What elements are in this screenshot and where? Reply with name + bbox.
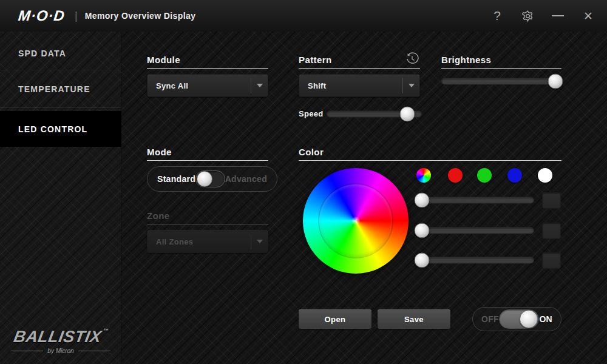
color-wheel[interactable]: [303, 168, 409, 274]
led-power-toggle-group: OFF ON: [472, 307, 561, 331]
power-toggle-knob[interactable]: [520, 310, 538, 328]
red-slider-knob[interactable]: [415, 193, 430, 208]
blue-value-box[interactable]: [542, 252, 561, 269]
red-swatch[interactable]: [448, 168, 463, 183]
sidebar-item-label: SPD DATA: [18, 49, 66, 58]
green-value-box[interactable]: [542, 223, 561, 239]
pattern-dropdown-value: Shift: [299, 81, 402, 90]
power-on-label[interactable]: ON: [539, 314, 552, 324]
green-channel-slider[interactable]: [422, 223, 534, 238]
green-slider-track[interactable]: [422, 228, 534, 234]
mode-toggle-knob[interactable]: [197, 171, 212, 187]
trademark-symbol: ™: [103, 328, 109, 334]
settings-gear-icon[interactable]: [520, 8, 535, 24]
titlebar-separator: |: [75, 10, 78, 22]
close-button[interactable]: ✕: [580, 8, 596, 24]
sidebar-item-label: TEMPERATURE: [18, 84, 90, 94]
module-dropdown-value: Sync All: [148, 81, 251, 90]
sidebar-item-temperature[interactable]: TEMPERATURE: [0, 71, 121, 108]
brightness-heading: Brightness: [441, 55, 561, 69]
minimize-button[interactable]: [550, 8, 566, 24]
red-channel-slider[interactable]: [422, 193, 534, 207]
white-swatch[interactable]: [538, 168, 552, 183]
app-title: Memory Overview Display: [85, 11, 196, 21]
zone-dropdown[interactable]: All Zones: [147, 230, 268, 253]
ballistix-logo: BALLISTIX™ by Micron: [0, 328, 121, 354]
chevron-down-icon: [257, 240, 263, 243]
zone-heading: Zone: [147, 211, 268, 224]
color-heading: Color: [299, 147, 561, 161]
rainbow-swatch[interactable]: [416, 168, 431, 183]
pattern-heading: Pattern: [299, 55, 420, 69]
dropdown-arrow-zone: [402, 78, 419, 93]
sidebar-item-led-control[interactable]: LED CONTROL: [0, 111, 121, 147]
mode-advanced-label[interactable]: Advanced: [225, 174, 267, 184]
sidebar: SPD DATA TEMPERATURE LED CONTROL BALLIST…: [0, 32, 121, 364]
pattern-history-icon[interactable]: [405, 52, 419, 68]
minimize-icon: [552, 15, 564, 16]
power-toggle-switch[interactable]: [499, 309, 539, 329]
brightness-slider-knob[interactable]: [548, 74, 563, 89]
speed-slider[interactable]: [327, 107, 422, 121]
mode-toggle-group: Standard Advanced: [147, 166, 277, 192]
mod-app-window: M·O·D | Memory Overview Display ? ✕ SPD …: [0, 0, 607, 364]
pattern-dropdown[interactable]: Shift: [299, 74, 420, 97]
power-off-label[interactable]: OFF: [481, 314, 499, 324]
module-heading: Module: [147, 55, 268, 69]
module-dropdown[interactable]: Sync All: [147, 74, 268, 97]
green-slider-knob[interactable]: [415, 223, 430, 238]
mode-heading: Mode: [147, 147, 268, 161]
brightness-slider-track[interactable]: [441, 78, 561, 85]
save-button[interactable]: Save: [378, 309, 450, 329]
brand-byline: by Micron: [11, 348, 110, 354]
sidebar-item-spd-data[interactable]: SPD DATA: [0, 36, 121, 70]
chevron-down-icon: [257, 84, 263, 87]
blue-slider-track[interactable]: [422, 257, 534, 264]
chevron-down-icon: [409, 84, 415, 87]
dropdown-arrow-zone: [251, 234, 268, 249]
mode-standard-label[interactable]: Standard: [157, 174, 195, 184]
mode-toggle-switch[interactable]: [195, 170, 225, 187]
open-button[interactable]: Open: [299, 309, 371, 329]
speed-slider-knob[interactable]: [400, 107, 415, 122]
blue-channel-slider[interactable]: [422, 253, 534, 268]
brightness-slider[interactable]: [441, 74, 561, 89]
dropdown-arrow-zone: [251, 78, 268, 93]
led-control-panel: Module Sync All Pattern Shift Speed Brig…: [121, 32, 607, 364]
titlebar: M·O·D | Memory Overview Display ? ✕: [0, 0, 607, 32]
green-swatch[interactable]: [477, 168, 492, 183]
red-value-box[interactable]: [542, 192, 561, 209]
speed-label: Speed: [299, 109, 324, 118]
titlebar-controls: ? ✕: [489, 0, 596, 32]
red-slider-track[interactable]: [422, 197, 534, 204]
sidebar-item-label: LED CONTROL: [18, 124, 87, 134]
blue-slider-knob[interactable]: [415, 253, 430, 268]
blue-swatch[interactable]: [507, 168, 522, 183]
mod-logo: M·O·D: [18, 7, 66, 24]
zone-dropdown-value: All Zones: [148, 237, 251, 246]
help-icon[interactable]: ?: [489, 8, 505, 24]
brand-name: BALLISTIX™: [0, 328, 123, 346]
